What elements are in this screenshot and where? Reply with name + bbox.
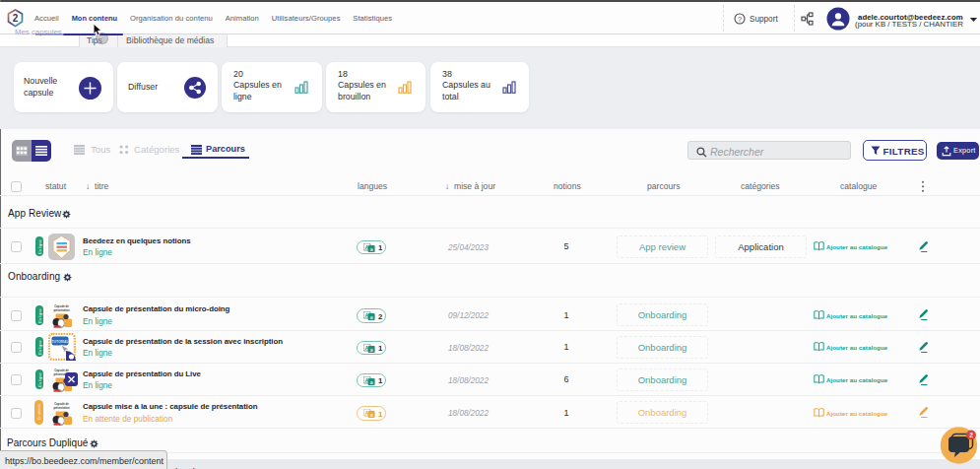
svg-text:a: a [370,245,373,251]
svg-text:présentation: présentation [53,405,69,409]
svg-text:?: ? [738,15,742,24]
svg-text:a: a [370,346,373,352]
svg-text:2: 2 [13,13,19,24]
svg-text:présentation: présentation [53,307,69,311]
svg-text:Capsule de: Capsule de [54,304,69,308]
svg-text:a: a [370,314,373,320]
svg-text:a: a [370,378,373,384]
svg-text:2: 2 [969,432,973,438]
svg-text:a: a [370,412,373,418]
svg-text:TUTORIAL: TUTORIAL [51,340,68,344]
svg-text:Capsule de: Capsule de [54,402,69,406]
